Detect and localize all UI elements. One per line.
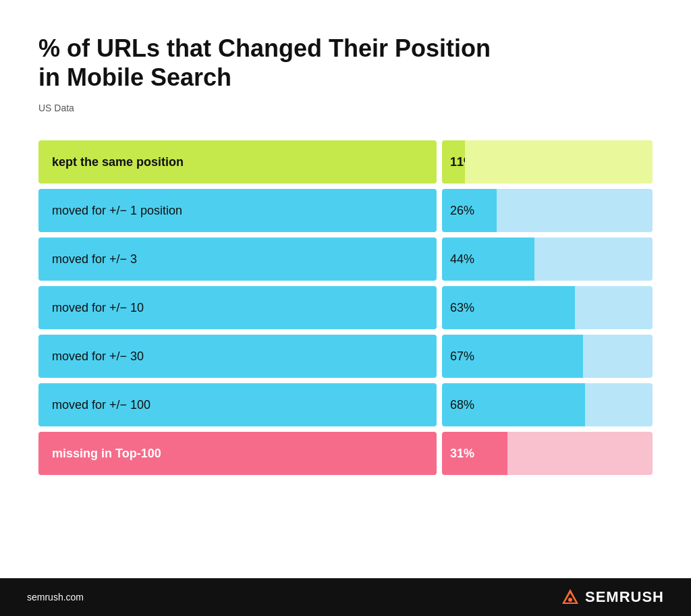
semrush-icon [561,588,580,607]
value-section-6: 31% [442,432,653,475]
value-bar-remainder-2 [534,237,653,281]
label-bar-6: missing in Top-100 [38,432,437,475]
chart-row: moved for +/− 1063% [38,286,653,329]
footer: semrush.com SEMRUSH [0,578,691,616]
value-bar-remainder-1 [497,189,653,232]
value-section-0: 11% [442,140,653,184]
value-bar-remainder-3 [575,286,653,329]
value-bar-remainder-5 [585,383,653,426]
value-bar-remainder-4 [583,335,653,378]
value-bar-remainder-0 [465,140,653,184]
value-section-1: 26% [442,189,653,232]
value-section-5: 68% [442,383,653,426]
chart-row: missing in Top-10031% [38,432,653,475]
semrush-brand: SEMRUSH [585,588,664,606]
label-bar-2: moved for +/− 3 [38,237,437,281]
chart-row: moved for +/− 344% [38,237,653,281]
value-section-2: 44% [442,237,653,281]
value-bar-filled-3: 63% [442,286,575,329]
label-bar-4: moved for +/− 30 [38,335,437,378]
value-bar-filled-5: 68% [442,383,585,426]
chart-row: kept the same position11% [38,140,653,184]
label-bar-5: moved for +/− 100 [38,383,437,426]
label-bar-0: kept the same position [38,140,437,184]
value-bar-filled-1: 26% [442,189,497,232]
chart-subtitle: US Data [38,103,653,113]
svg-point-2 [568,598,572,602]
chart-container: kept the same position11%moved for +/− 1… [38,140,653,475]
main-content: % of URLs that Changed Their Position in… [0,0,691,578]
value-section-3: 63% [442,286,653,329]
chart-row: moved for +/− 1 position26% [38,189,653,232]
value-bar-filled-4: 67% [442,335,583,378]
value-bar-filled-6: 31% [442,432,507,475]
value-bar-filled-2: 44% [442,237,534,281]
semrush-logo: SEMRUSH [561,588,664,607]
label-bar-3: moved for +/− 10 [38,286,437,329]
value-bar-filled-0: 11% [442,140,465,184]
chart-title: % of URLs that Changed Their Position in… [38,34,653,92]
label-bar-1: moved for +/− 1 position [38,189,437,232]
value-bar-remainder-6 [507,432,653,475]
chart-row: moved for +/− 10068% [38,383,653,426]
footer-url: semrush.com [27,592,84,603]
chart-row: moved for +/− 3067% [38,335,653,378]
value-section-4: 67% [442,335,653,378]
